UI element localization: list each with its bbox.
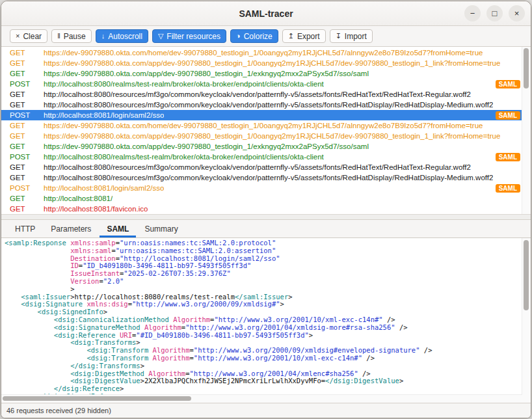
request-method: POST <box>10 111 44 119</box>
clear-icon: × <box>16 33 20 40</box>
request-url: http://localhost:8081/login/saml2/sso <box>44 184 164 192</box>
request-url: https://dev-99079880.okta.com/home/dev-9… <box>44 122 483 129</box>
export-icon: ↥ <box>288 33 294 40</box>
request-method: POST <box>10 184 44 192</box>
tab-parameters[interactable]: Parameters <box>44 220 98 237</box>
request-url: http://localhost:8081/favicon.ico <box>44 205 148 213</box>
tab-summary[interactable]: Summary <box>137 220 185 237</box>
request-url: https://dev-99079880.okta.com/app/dev-99… <box>44 132 500 140</box>
request-list: GEThttps://dev-99079880.okta.com/home/de… <box>1 47 531 214</box>
request-url: http://localhost:8080/resources/mf3go/co… <box>44 163 471 171</box>
request-row[interactable]: GEThttps://dev-99079880.okta.com/app/dev… <box>1 58 522 68</box>
request-row[interactable]: GEThttp://localhost:8080/resources/mf3go… <box>1 100 522 110</box>
request-row[interactable]: GEThttps://dev-99079880.okta.com/app/dev… <box>1 141 522 152</box>
request-url: http://localhost:8081/login/saml2/sso <box>44 111 164 119</box>
pause-button[interactable]: ‖Pause <box>51 29 92 43</box>
request-list-scrollbar[interactable] <box>522 47 531 214</box>
filter-resources-button[interactable]: ▽Filter resources <box>152 29 226 43</box>
button-label: Import <box>345 32 367 41</box>
request-method: GET <box>10 70 44 77</box>
request-row[interactable]: GEThttp://localhost:8080/resources/mf3go… <box>1 89 522 100</box>
request-url: http://localhost:8081/ <box>44 195 113 202</box>
request-method: GET <box>10 174 44 182</box>
saml-pane-vscrollbar[interactable] <box>522 238 531 403</box>
request-row[interactable]: GEThttp://localhost:8081/favicon.ico <box>1 204 522 214</box>
request-method: GET <box>10 142 44 150</box>
colorize-button[interactable]: ◑Colorize <box>230 29 278 43</box>
xml-line: Version="2.0" <box>5 278 522 286</box>
scrollbar-thumb[interactable] <box>3 396 191 401</box>
request-row[interactable]: POSThttp://localhost:8080/realms/test-re… <box>1 152 522 162</box>
maximize-button[interactable]: □ <box>486 5 503 21</box>
detail-tabs: HTTPParametersSAMLSummary <box>1 220 531 238</box>
autoscroll-icon: ↓ <box>101 33 105 40</box>
scrollbar-thumb[interactable] <box>524 48 529 88</box>
request-row[interactable]: POSThttp://localhost:8081/login/saml2/ss… <box>1 110 522 120</box>
button-label: Pause <box>64 32 86 41</box>
tab-http[interactable]: HTTP <box>8 220 42 237</box>
button-label: Autoscroll <box>108 32 142 41</box>
colorize-icon: ◑ <box>236 33 241 40</box>
request-method: POST <box>10 80 44 88</box>
window-controls: − □ × <box>464 5 525 21</box>
import-button[interactable]: ↧Import <box>330 29 373 43</box>
import-icon: ↧ <box>336 33 341 40</box>
request-method: GET <box>10 205 44 213</box>
saml-badge: SAML <box>496 80 520 88</box>
request-row[interactable]: GEThttps://dev-99079880.okta.com/app/dev… <box>1 131 522 141</box>
request-method: GET <box>10 90 44 98</box>
request-row[interactable]: POSThttp://localhost:8081/login/saml2/ss… <box>1 183 522 193</box>
pane-splitter[interactable] <box>1 214 531 220</box>
request-row[interactable]: GEThttps://dev-99079880.okta.com/app/dev… <box>1 68 522 79</box>
filter-icon: ▽ <box>158 33 163 40</box>
close-button[interactable]: × <box>509 5 525 21</box>
button-label: Export <box>297 32 320 41</box>
titlebar: SAML-tracer − □ × <box>1 1 531 26</box>
scrollbar-thumb[interactable] <box>524 240 529 310</box>
button-label: Colorize <box>244 32 273 41</box>
request-method: GET <box>10 195 44 202</box>
request-method: GET <box>10 101 44 109</box>
request-row[interactable]: GEThttp://localhost:8080/resources/mf3go… <box>1 172 522 183</box>
clear-button[interactable]: ×Clear <box>10 29 47 43</box>
request-method: GET <box>10 49 44 57</box>
export-button[interactable]: ↥Export <box>282 29 326 43</box>
request-url: http://localhost:8080/resources/mf3go/co… <box>44 174 493 182</box>
maximize-icon: □ <box>492 9 498 18</box>
toolbar: ×Clear‖Pause↓Autoscroll▽Filter resources… <box>1 26 531 47</box>
request-method: GET <box>10 132 44 140</box>
request-url: https://dev-99079880.okta.com/app/dev-99… <box>44 59 500 67</box>
request-url: https://dev-99079880.okta.com/app/dev-99… <box>44 142 369 150</box>
close-icon: × <box>514 9 520 18</box>
status-text: 46 requests received (29 hidden) <box>7 407 111 414</box>
request-row[interactable]: POSThttp://localhost:8080/realms/test-re… <box>1 79 522 89</box>
saml-badge: SAML <box>496 153 520 161</box>
button-label: Filter resources <box>166 32 220 41</box>
request-row[interactable]: GEThttp://localhost:8080/resources/mf3go… <box>1 162 522 172</box>
minimize-button[interactable]: − <box>464 5 481 21</box>
request-url: https://dev-99079880.okta.com/app/dev-99… <box>44 70 369 77</box>
statusbar: 46 requests received (29 hidden) <box>1 403 531 418</box>
xml-content: <samlp:Response xmlns:samlp="urn:oasis:n… <box>5 239 522 395</box>
tab-saml[interactable]: SAML <box>100 220 136 237</box>
request-url: http://localhost:8080/resources/mf3go/co… <box>44 101 493 109</box>
request-rows: GEThttps://dev-99079880.okta.com/home/de… <box>1 47 522 214</box>
request-url: http://localhost:8080/realms/test-realm/… <box>44 153 324 161</box>
saml-tracer-window: SAML-tracer − □ × ×Clear‖Pause↓Autoscrol… <box>1 1 531 418</box>
saml-detail-pane: <samlp:Response xmlns:samlp="urn:oasis:n… <box>1 238 531 403</box>
saml-badge: SAML <box>496 111 520 120</box>
request-method: GET <box>10 59 44 67</box>
request-row[interactable]: GEThttp://localhost:8081/ <box>1 193 522 204</box>
pause-icon: ‖ <box>57 33 60 40</box>
saml-badge: SAML <box>496 184 520 193</box>
request-row[interactable]: GEThttps://dev-99079880.okta.com/home/de… <box>1 47 522 58</box>
saml-pane-hscrollbar[interactable] <box>1 394 522 403</box>
request-url: https://dev-99079880.okta.com/home/dev-9… <box>44 49 483 57</box>
request-method: GET <box>10 122 44 129</box>
request-url: http://localhost:8080/resources/mf3go/co… <box>44 90 471 98</box>
request-method: POST <box>10 153 44 161</box>
request-method: GET <box>10 163 44 171</box>
request-url: http://localhost:8080/realms/test-realm/… <box>44 80 324 88</box>
autoscroll-button[interactable]: ↓Autoscroll <box>96 29 148 43</box>
request-row[interactable]: GEThttps://dev-99079880.okta.com/home/de… <box>1 120 522 131</box>
